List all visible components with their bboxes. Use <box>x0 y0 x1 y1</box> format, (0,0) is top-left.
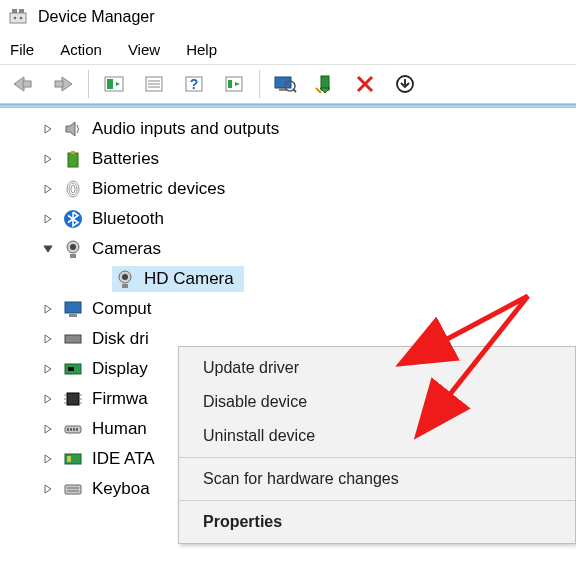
window-title: Device Manager <box>38 8 155 26</box>
svg-rect-5 <box>23 81 31 87</box>
menu-file[interactable]: File <box>10 41 34 58</box>
tree-label: Comput <box>92 299 156 319</box>
back-button[interactable] <box>6 69 40 99</box>
menu-view[interactable]: View <box>128 41 160 58</box>
svg-line-20 <box>293 89 296 92</box>
cm-separator <box>179 457 575 458</box>
svg-point-40 <box>77 338 79 340</box>
menu-action[interactable]: Action <box>60 41 102 58</box>
cm-scan-hardware[interactable]: Scan for hardware changes <box>179 462 575 496</box>
svg-rect-25 <box>68 153 78 167</box>
chevron-down-icon[interactable] <box>40 241 56 257</box>
tree-item-cameras[interactable]: Cameras <box>0 234 576 264</box>
keyboard-icon <box>62 478 84 500</box>
svg-point-35 <box>122 274 128 280</box>
titlebar: Device Manager <box>0 0 576 34</box>
bluetooth-icon <box>62 208 84 230</box>
svg-rect-54 <box>76 428 78 431</box>
tree-label: Batteries <box>92 149 163 169</box>
forward-button[interactable] <box>46 69 80 99</box>
svg-point-4 <box>20 17 23 20</box>
svg-rect-33 <box>70 254 76 258</box>
scan-button[interactable] <box>268 69 302 99</box>
show-hide-tree-button[interactable] <box>97 69 131 99</box>
svg-rect-38 <box>69 314 77 317</box>
tree-label: IDE ATA <box>92 449 159 469</box>
disk-icon <box>62 328 84 350</box>
tree-label: Display <box>92 359 152 379</box>
svg-rect-26 <box>71 151 75 154</box>
svg-rect-43 <box>67 393 79 405</box>
svg-rect-2 <box>19 9 24 13</box>
svg-rect-1 <box>12 9 17 13</box>
cm-update-driver[interactable]: Update driver <box>179 351 575 385</box>
tree-item-audio[interactable]: Audio inputs and outputs <box>0 114 576 144</box>
chevron-right-icon[interactable] <box>40 421 56 437</box>
speaker-icon <box>62 118 84 140</box>
battery-icon <box>62 148 84 170</box>
svg-rect-53 <box>73 428 75 431</box>
chevron-right-icon[interactable] <box>40 481 56 497</box>
tree-label: Keyboa <box>92 479 154 499</box>
disable-button[interactable] <box>348 69 382 99</box>
chevron-right-icon[interactable] <box>40 121 56 137</box>
svg-rect-17 <box>275 77 291 88</box>
toolbar-divider <box>88 70 89 98</box>
chevron-right-icon[interactable] <box>40 361 56 377</box>
svg-point-3 <box>14 17 17 20</box>
chevron-right-icon[interactable] <box>40 181 56 197</box>
properties-button[interactable] <box>137 69 171 99</box>
svg-rect-8 <box>107 79 113 89</box>
details-button[interactable] <box>217 69 251 99</box>
svg-rect-0 <box>10 13 26 23</box>
svg-rect-51 <box>67 428 69 431</box>
svg-rect-56 <box>67 456 71 462</box>
update-driver-button[interactable] <box>308 69 342 99</box>
tree-item-batteries[interactable]: Batteries <box>0 144 576 174</box>
svg-rect-16 <box>228 80 232 88</box>
tree-label: Biometric devices <box>92 179 229 199</box>
cm-separator <box>179 500 575 501</box>
device-manager-icon <box>8 7 28 27</box>
ide-icon <box>62 448 84 470</box>
svg-rect-6 <box>55 81 63 87</box>
cm-uninstall-device[interactable]: Uninstall device <box>179 419 575 453</box>
tree-label: Cameras <box>92 239 165 259</box>
display-adapter-icon <box>62 358 84 380</box>
fingerprint-icon <box>62 178 84 200</box>
svg-text:?: ? <box>190 76 199 92</box>
chevron-right-icon[interactable] <box>40 331 56 347</box>
chevron-right-icon[interactable] <box>40 451 56 467</box>
svg-point-32 <box>70 244 76 250</box>
camera-icon <box>62 238 84 260</box>
chevron-right-icon[interactable] <box>40 211 56 227</box>
cm-properties[interactable]: Properties <box>179 505 575 539</box>
tree-label: HD Camera <box>144 269 238 289</box>
help-button[interactable]: ? <box>177 69 211 99</box>
tree-item-bluetooth[interactable]: Bluetooth <box>0 204 576 234</box>
hid-icon <box>62 418 84 440</box>
svg-rect-57 <box>65 485 81 494</box>
chevron-right-icon[interactable] <box>40 391 56 407</box>
tree-item-computers[interactable]: Comput <box>0 294 576 324</box>
chevron-right-icon[interactable] <box>40 151 56 167</box>
tree-label: Audio inputs and outputs <box>92 119 283 139</box>
toolbar: ? <box>0 64 576 104</box>
toolbar-divider <box>259 70 260 98</box>
menu-help[interactable]: Help <box>186 41 217 58</box>
monitor-icon <box>62 298 84 320</box>
camera-icon <box>114 268 136 290</box>
svg-rect-37 <box>65 302 81 313</box>
menubar: File Action View Help <box>0 34 576 64</box>
svg-rect-42 <box>68 367 74 371</box>
cm-disable-device[interactable]: Disable device <box>179 385 575 419</box>
uninstall-button[interactable] <box>388 69 422 99</box>
context-menu: Update driver Disable device Uninstall d… <box>178 346 576 544</box>
tree-label: Human <box>92 419 151 439</box>
chevron-right-icon[interactable] <box>40 301 56 317</box>
firmware-icon <box>62 388 84 410</box>
tree-item-biometric[interactable]: Biometric devices <box>0 174 576 204</box>
tree-label: Disk dri <box>92 329 153 349</box>
tree-item-hd-camera[interactable]: HD Camera <box>0 264 576 294</box>
svg-rect-36 <box>122 284 128 288</box>
